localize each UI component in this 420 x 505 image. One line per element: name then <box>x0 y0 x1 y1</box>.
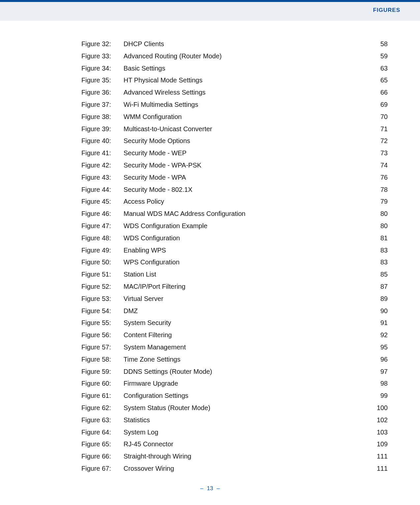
figure-entry[interactable]: Figure 67:Crossover Wiring111 <box>81 465 388 472</box>
figure-entry[interactable]: Figure 37:Wi-Fi Multimedia Settings69 <box>81 101 388 108</box>
figure-page: 102 <box>371 417 388 423</box>
figure-page: 83 <box>371 259 388 265</box>
figure-title: WMM Configuration <box>124 113 371 120</box>
figure-entry[interactable]: Figure 47:WDS Configuration Example80 <box>81 223 388 229</box>
figure-entry[interactable]: Figure 48:WDS Configuration81 <box>81 235 388 241</box>
figure-entry[interactable]: Figure 66:Straight-through Wiring111 <box>81 453 388 460</box>
figure-page: 66 <box>371 89 388 96</box>
figure-title: Advanced Routing (Router Mode) <box>124 53 371 59</box>
figure-number: Figure 67: <box>81 465 124 472</box>
figure-number: Figure 50: <box>81 259 124 265</box>
figure-title: Security Mode - WPA <box>124 174 371 181</box>
figure-page: 70 <box>371 113 388 120</box>
figure-page: 79 <box>371 198 388 205</box>
figure-title: DHCP Clients <box>124 41 371 47</box>
figure-title: RJ-45 Connector <box>124 441 371 447</box>
figure-entry[interactable]: Figure 50:WPS Configuration83 <box>81 259 388 265</box>
figure-entry[interactable]: Figure 40:Security Mode Options72 <box>81 137 388 144</box>
figure-number: Figure 63: <box>81 417 124 423</box>
figure-number: Figure 39: <box>81 126 124 132</box>
figure-entry[interactable]: Figure 53:Virtual Server89 <box>81 295 388 302</box>
figure-number: Figure 48: <box>81 235 124 241</box>
figure-page: 85 <box>371 271 388 278</box>
figure-title: Configuration Settings <box>124 392 371 399</box>
figure-entry[interactable]: Figure 46:Manual WDS MAC Address Configu… <box>81 210 388 217</box>
figure-entry[interactable]: Figure 45:Access Policy79 <box>81 198 388 205</box>
figure-title: Multicast-to-Unicast Converter <box>124 126 371 132</box>
figure-page: 111 <box>371 465 388 472</box>
figure-number: Figure 44: <box>81 186 124 193</box>
figure-number: Figure 37: <box>81 101 124 108</box>
figure-number: Figure 61: <box>81 392 124 399</box>
figure-title: Virtual Server <box>124 295 371 302</box>
figure-page: 109 <box>371 441 388 447</box>
figure-page: 65 <box>371 77 388 83</box>
figure-entry[interactable]: Figure 52:MAC/IP/Port Filtering87 <box>81 283 388 290</box>
figure-entry[interactable]: Figure 61:Configuration Settings99 <box>81 392 388 399</box>
figure-title: Wi-Fi Multimedia Settings <box>124 101 371 108</box>
figure-number: Figure 40: <box>81 137 124 144</box>
figure-number: Figure 47: <box>81 223 124 229</box>
figure-number: Figure 60: <box>81 380 124 387</box>
figure-page: 72 <box>371 137 388 144</box>
figure-title: Advanced Wireless Settings <box>124 89 371 96</box>
figure-entry[interactable]: Figure 65:RJ-45 Connector109 <box>81 441 388 447</box>
figure-page: 59 <box>371 53 388 59</box>
figure-entry[interactable]: Figure 59:DDNS Settings (Router Mode)97 <box>81 368 388 375</box>
figure-title: Security Mode Options <box>124 137 371 144</box>
figure-page: 71 <box>371 126 388 132</box>
figure-entry[interactable]: Figure 39:Multicast-to-Unicast Converter… <box>81 126 388 132</box>
figure-page: 83 <box>371 247 388 253</box>
figure-number: Figure 66: <box>81 453 124 460</box>
figure-entry[interactable]: Figure 35:HT Physical Mode Settings65 <box>81 77 388 83</box>
figure-entry[interactable]: Figure 58:Time Zone Settings96 <box>81 356 388 363</box>
figure-title: System Status (Router Mode) <box>124 404 371 411</box>
figure-number: Figure 58: <box>81 356 124 363</box>
figure-number: Figure 32: <box>81 41 124 47</box>
figure-entry[interactable]: Figure 51:Station List85 <box>81 271 388 278</box>
figure-entry[interactable]: Figure 62:System Status (Router Mode)100 <box>81 404 388 411</box>
figure-entry[interactable]: Figure 44:Security Mode - 802.1X78 <box>81 186 388 193</box>
figure-entry[interactable]: Figure 32:DHCP Clients58 <box>81 41 388 47</box>
footer-dash-left: – <box>200 485 203 491</box>
figure-number: Figure 33: <box>81 53 124 59</box>
figure-title: WDS Configuration Example <box>124 223 371 229</box>
figure-page: 95 <box>371 344 388 350</box>
figure-entry[interactable]: Figure 56:Content Filtering92 <box>81 332 388 338</box>
figure-entry[interactable]: Figure 57:System Management95 <box>81 344 388 350</box>
figure-page: 96 <box>371 356 388 363</box>
figure-title: System Log <box>124 429 371 435</box>
figure-entry[interactable]: Figure 33:Advanced Routing (Router Mode)… <box>81 53 388 59</box>
figure-entry[interactable]: Figure 34:Basic Settings63 <box>81 65 388 72</box>
figure-page: 98 <box>371 380 388 387</box>
figure-title: Content Filtering <box>124 332 371 338</box>
figure-title: DMZ <box>124 308 371 314</box>
figure-entry[interactable]: Figure 63:Statistics102 <box>81 417 388 423</box>
figure-number: Figure 59: <box>81 368 124 375</box>
figure-page: 91 <box>371 319 388 326</box>
figure-title: Statistics <box>124 417 371 423</box>
figure-entry[interactable]: Figure 43:Security Mode - WPA76 <box>81 174 388 181</box>
figure-entry[interactable]: Figure 38:WMM Configuration70 <box>81 113 388 120</box>
figure-page: 90 <box>371 308 388 314</box>
figure-entry[interactable]: Figure 55:System Security91 <box>81 319 388 326</box>
figure-entry[interactable]: Figure 41:Security Mode - WEP73 <box>81 150 388 156</box>
figure-title: Access Policy <box>124 198 371 205</box>
figure-entry[interactable]: Figure 49:Enabling WPS83 <box>81 247 388 253</box>
figure-page: 78 <box>371 186 388 193</box>
figure-entry[interactable]: Figure 42:Security Mode - WPA-PSK74 <box>81 162 388 168</box>
figure-title: System Security <box>124 319 371 326</box>
figure-number: Figure 41: <box>81 150 124 156</box>
figure-page: 74 <box>371 162 388 168</box>
figure-title: Station List <box>124 271 371 278</box>
figure-number: Figure 35: <box>81 77 124 83</box>
figure-title: Enabling WPS <box>124 247 371 253</box>
figure-entry[interactable]: Figure 54:DMZ90 <box>81 308 388 314</box>
figure-entry[interactable]: Figure 64:System Log103 <box>81 429 388 435</box>
figure-title: Basic Settings <box>124 65 371 72</box>
figure-title: WPS Configuration <box>124 259 371 265</box>
figure-entry[interactable]: Figure 60:Firmware Upgrade98 <box>81 380 388 387</box>
section-header: FIGURES <box>373 7 400 13</box>
figure-entry[interactable]: Figure 36:Advanced Wireless Settings66 <box>81 89 388 96</box>
figure-number: Figure 54: <box>81 308 124 314</box>
